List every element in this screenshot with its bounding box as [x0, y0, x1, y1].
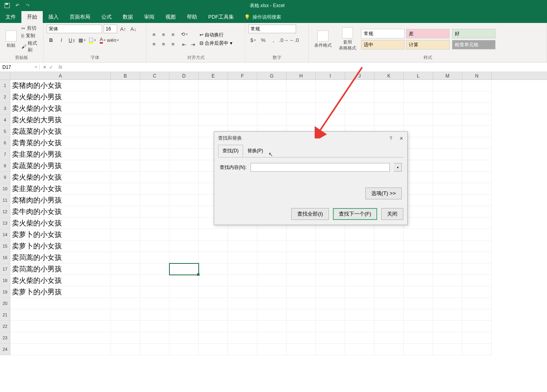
cell[interactable]	[111, 309, 140, 321]
cell[interactable]	[111, 183, 140, 195]
cell[interactable]	[404, 218, 433, 229]
cell[interactable]	[257, 332, 287, 344]
cell[interactable]	[287, 321, 316, 332]
font-size-combo[interactable]: 16	[104, 25, 117, 33]
cell[interactable]	[404, 321, 433, 332]
row-header[interactable]: 16	[0, 252, 10, 263]
number-format-combo[interactable]: 常规	[249, 25, 296, 33]
cell[interactable]	[111, 149, 140, 160]
cell[interactable]	[462, 298, 492, 309]
cell[interactable]	[169, 172, 199, 183]
tab-data[interactable]: 数据	[117, 11, 139, 23]
cell[interactable]	[345, 321, 374, 332]
cell[interactable]	[462, 332, 492, 344]
cell[interactable]	[404, 80, 433, 91]
cell[interactable]	[433, 344, 462, 355]
cell[interactable]	[433, 275, 462, 286]
row-header[interactable]: 7	[0, 149, 10, 160]
enter-formula-icon[interactable]: ✓	[49, 64, 53, 70]
cell[interactable]	[404, 160, 433, 172]
cell[interactable]	[287, 275, 316, 286]
format-painter-button[interactable]: 🖌格式刷	[21, 40, 40, 53]
cell[interactable]: 卖萝卜的小女孩	[10, 241, 111, 252]
cell-style-check[interactable]: 检查单元格	[452, 40, 496, 49]
undo-icon[interactable]: ↶	[14, 2, 21, 9]
cell[interactable]	[111, 137, 140, 149]
row-header[interactable]: 2	[0, 91, 10, 103]
column-header[interactable]: B	[111, 72, 140, 80]
cell[interactable]	[404, 91, 433, 103]
cell[interactable]	[287, 252, 316, 263]
cell[interactable]	[228, 252, 257, 263]
cell[interactable]	[199, 114, 228, 126]
cell[interactable]: 卖茼蒿的小男孩	[10, 263, 111, 275]
cell[interactable]	[374, 80, 404, 91]
column-header[interactable]: N	[462, 72, 492, 80]
cell[interactable]	[169, 275, 199, 286]
cell[interactable]	[345, 252, 374, 263]
row-header[interactable]: 24	[0, 344, 10, 355]
cell[interactable]	[462, 218, 492, 229]
cell[interactable]	[287, 229, 316, 241]
row-header[interactable]: 8	[0, 160, 10, 172]
cell[interactable]	[433, 114, 462, 126]
row-header[interactable]: 14	[0, 229, 10, 241]
column-header[interactable]: J	[345, 72, 374, 80]
border-button[interactable]: ▦	[78, 36, 86, 44]
cell[interactable]	[404, 103, 433, 114]
cell[interactable]	[374, 298, 404, 309]
tab-pdf[interactable]: PDF工具集	[203, 11, 239, 23]
cell[interactable]	[257, 286, 287, 298]
align-right-icon[interactable]: ≡	[169, 40, 177, 48]
cell[interactable]	[404, 206, 433, 218]
cell[interactable]	[316, 309, 345, 321]
accounting-format-button[interactable]: $	[249, 36, 257, 44]
column-header[interactable]: H	[287, 72, 316, 80]
cell[interactable]	[199, 286, 228, 298]
cell[interactable]	[111, 241, 140, 252]
cell[interactable]	[374, 321, 404, 332]
cell[interactable]	[462, 126, 492, 137]
cell[interactable]	[287, 91, 316, 103]
cell[interactable]	[140, 321, 169, 332]
cell[interactable]	[169, 183, 199, 195]
close-button[interactable]: 关闭	[381, 208, 403, 220]
cell[interactable]	[462, 172, 492, 183]
cell[interactable]	[316, 263, 345, 275]
decrease-font-icon[interactable]: A↓	[129, 25, 138, 33]
cell[interactable]	[199, 103, 228, 114]
cell[interactable]	[345, 275, 374, 286]
row-header[interactable]: 17	[0, 263, 10, 275]
cell[interactable]: 卖萝卜的小女孩	[10, 229, 111, 241]
cell[interactable]	[462, 275, 492, 286]
tab-file[interactable]: 文件	[0, 11, 21, 23]
cell[interactable]	[199, 229, 228, 241]
cell[interactable]	[257, 103, 287, 114]
row-header[interactable]: 3	[0, 103, 10, 114]
cell[interactable]	[199, 91, 228, 103]
cell[interactable]	[228, 286, 257, 298]
cell[interactable]	[433, 149, 462, 160]
cell[interactable]	[228, 263, 257, 275]
cell[interactable]	[316, 344, 345, 355]
cell[interactable]	[374, 286, 404, 298]
fx-icon[interactable]: fx	[56, 64, 65, 70]
row-header[interactable]: 9	[0, 172, 10, 183]
wrap-text-button[interactable]: ↩ 自动换行	[199, 32, 232, 38]
cell[interactable]: 卖火柴的小女孩	[10, 103, 111, 114]
cell[interactable]	[433, 218, 462, 229]
row-header[interactable]: 13	[0, 218, 10, 229]
decrease-indent-icon[interactable]: ⇤	[180, 40, 188, 49]
cell[interactable]	[462, 344, 492, 355]
cell[interactable]	[404, 298, 433, 309]
cell[interactable]	[199, 298, 228, 309]
cell[interactable]	[316, 321, 345, 332]
cell[interactable]	[316, 241, 345, 252]
find-next-button[interactable]: 查找下一个(F)	[333, 208, 377, 220]
cell[interactable]	[169, 286, 199, 298]
cell[interactable]	[10, 344, 111, 355]
increase-indent-icon[interactable]: ⇥	[188, 40, 197, 49]
percent-button[interactable]: %	[259, 36, 268, 44]
cell[interactable]	[404, 114, 433, 126]
cell[interactable]	[228, 114, 257, 126]
